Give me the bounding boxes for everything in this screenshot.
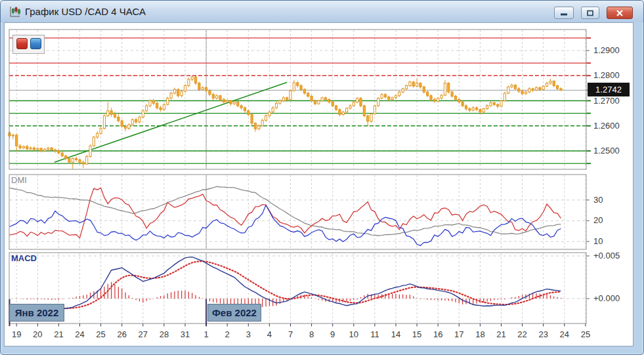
macd-panel-label: MACD [11, 253, 37, 263]
maximize-button[interactable] [581, 7, 599, 19]
svg-text:24: 24 [560, 329, 569, 339]
svg-text:10: 10 [349, 329, 358, 339]
candlestick-chart-icon [9, 5, 22, 18]
svg-text:30: 30 [593, 195, 603, 205]
svg-text:1.2700: 1.2700 [593, 96, 620, 106]
svg-text:23: 23 [538, 329, 547, 339]
close-button[interactable] [607, 7, 633, 19]
svg-text:28: 28 [160, 329, 169, 339]
svg-text:7: 7 [288, 329, 293, 339]
chart-toolbar [12, 35, 45, 54]
application-window: 1.29001.28001.27001.26001.2500302010+0.0… [0, 0, 644, 355]
svg-text:21: 21 [54, 329, 63, 339]
svg-text:8: 8 [309, 329, 314, 339]
svg-text:1.2600: 1.2600 [593, 121, 620, 131]
svg-text:20: 20 [33, 329, 42, 339]
minimize-icon [560, 10, 568, 16]
current-price-badge: 1.2742 [588, 83, 630, 96]
svg-text:+0.000: +0.000 [593, 293, 620, 303]
svg-text:26: 26 [117, 329, 126, 339]
svg-text:16: 16 [433, 329, 442, 339]
svg-text:3: 3 [246, 329, 251, 339]
titlebar[interactable]: График USD /CAD 4 ЧАСА [1, 1, 643, 22]
svg-text:11: 11 [370, 329, 379, 339]
month-label-jan: Янв 2022 [9, 304, 64, 322]
svg-text:4: 4 [267, 329, 272, 339]
svg-text:22: 22 [517, 329, 526, 339]
svg-text:1.2900: 1.2900 [593, 45, 620, 55]
svg-text:24: 24 [75, 329, 84, 339]
blue-square-button[interactable] [30, 38, 41, 49]
svg-text:1: 1 [204, 329, 208, 339]
svg-text:17: 17 [454, 329, 463, 339]
svg-text:31: 31 [181, 329, 190, 339]
svg-text:15: 15 [412, 329, 421, 339]
svg-text:21: 21 [496, 329, 505, 339]
svg-text:2: 2 [225, 329, 230, 339]
maximize-icon [587, 10, 594, 16]
window-title: График USD /CAD 4 ЧАСА [25, 1, 146, 22]
svg-text:+0.005: +0.005 [593, 251, 620, 261]
svg-text:19: 19 [12, 329, 21, 339]
month-label-feb: Фев 2022 [207, 304, 261, 322]
close-icon [616, 9, 624, 16]
svg-text:14: 14 [391, 329, 400, 339]
svg-text:1.2500: 1.2500 [593, 146, 620, 156]
red-square-button[interactable] [16, 38, 28, 49]
svg-text:18: 18 [475, 329, 484, 339]
svg-text:9: 9 [330, 329, 335, 339]
svg-text:27: 27 [139, 329, 148, 339]
svg-text:25: 25 [581, 329, 590, 339]
svg-text:20: 20 [593, 215, 603, 225]
dmi-panel-label: DMI [11, 175, 27, 185]
svg-text:10: 10 [593, 236, 603, 246]
chart-canvas: 1.29001.28001.27001.26001.2500302010+0.0… [0, 0, 644, 355]
svg-text:1.2800: 1.2800 [593, 70, 620, 80]
minimize-button[interactable] [554, 7, 574, 19]
svg-text:25: 25 [96, 329, 105, 339]
